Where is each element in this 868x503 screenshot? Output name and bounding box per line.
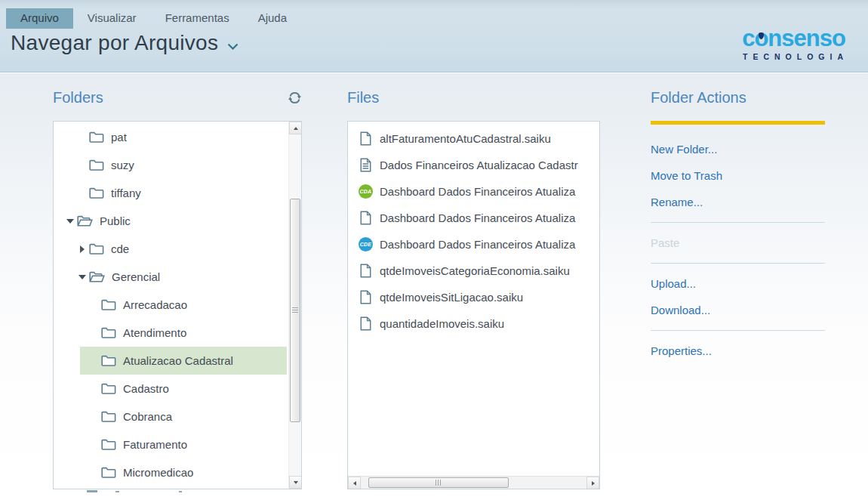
accent-bar — [651, 121, 825, 125]
scroll-down-button[interactable] — [289, 476, 302, 489]
triangle-right-icon — [80, 245, 85, 253]
triangle-down-icon — [78, 275, 86, 279]
tree-item-label: Arrecadacao — [123, 298, 187, 311]
scroll-right-button[interactable] — [586, 477, 599, 489]
action-rename[interactable]: Rename... — [651, 189, 825, 215]
action-paste: Paste — [651, 230, 825, 256]
consenso-logo: consenso TECNOLOGIA — [739, 26, 848, 61]
action-move-to-trash[interactable]: Move to Trash — [651, 162, 825, 189]
tree-item-cadastro[interactable]: Cadastro — [54, 375, 301, 403]
action-download[interactable]: Download... — [651, 297, 825, 323]
app-header: ArquivoVisualizarFerramentasAjuda Navega… — [0, 0, 868, 73]
scroll-left-button[interactable] — [348, 477, 361, 489]
tree-item-suzy[interactable]: suzy — [54, 151, 301, 179]
tree-item-gerencial[interactable]: Gerencial — [54, 263, 301, 291]
file-name: quantidadeImoveis.saiku — [380, 317, 504, 330]
folder-closed-icon — [89, 243, 104, 255]
tree-item-label: Atendimento — [123, 326, 186, 339]
file-name: Dados Financeiros Atualizacao Cadastr — [380, 159, 578, 171]
folders-panel: Folders patsuzytiffanyPubliccdeGerencial… — [53, 73, 302, 489]
file-name: qtdeImoveisCategoriaEconomia.saiku — [380, 264, 570, 277]
folder-closed-icon — [101, 383, 116, 394]
file-name: Dashboard Dados Financeiros Atualiza — [380, 185, 575, 198]
tree-item-label: Public — [100, 214, 131, 227]
content-area: Folders patsuzytiffanyPubliccdeGerencial… — [0, 73, 868, 503]
triangle-left-icon — [353, 481, 356, 486]
logo-subtitle: TECNOLOGIA — [739, 52, 848, 61]
badge-label: CDA — [359, 184, 373, 199]
tree-item-label: Gerencial — [112, 270, 160, 283]
tree-item-label: Cadastro — [123, 382, 169, 395]
logo-main: consenso — [739, 26, 848, 50]
file-icon — [358, 290, 374, 304]
tree-item-label: Faturamento — [123, 438, 187, 451]
folder-closed-icon — [101, 411, 116, 422]
file-item-dashboard-dados-financeiros-atualiza[interactable]: CDADashboard Dados Financeiros Atualiza — [348, 178, 599, 205]
action-properties[interactable]: Properties... — [651, 338, 825, 364]
menu-item-ajuda[interactable]: Ajuda — [244, 8, 301, 29]
action-new-folder[interactable]: New Folder... — [651, 136, 825, 162]
vertical-scrollbar-thumb[interactable] — [290, 199, 300, 422]
tree-item-tiffany[interactable]: tiffany — [54, 179, 301, 207]
folder-tree: patsuzytiffanyPubliccdeGerencialArrecada… — [54, 122, 301, 486]
clipped-tree-item-fragment — [179, 491, 182, 492]
tree-item-cde[interactable]: cde — [54, 235, 301, 263]
tree-expander-icon[interactable] — [77, 245, 88, 253]
clipped-tree-item-fragment — [87, 490, 97, 492]
chevron-down-icon[interactable] — [227, 43, 239, 51]
tree-expander-icon[interactable] — [65, 219, 75, 224]
files-horizontal-scrollbar[interactable] — [348, 476, 599, 489]
folder-closed-icon — [101, 299, 116, 310]
files-panel-title: Files — [347, 89, 379, 106]
menu-item-ferramentas[interactable]: Ferramentas — [151, 8, 244, 29]
file-item-qtdeimoveiscategoriaeconomia-saiku[interactable]: qtdeImoveisCategoriaEconomia.saiku — [348, 258, 599, 284]
menu-item-visualizar[interactable]: Visualizar — [73, 8, 151, 29]
badge-label: CDE — [359, 237, 373, 252]
tree-item-pat[interactable]: pat — [54, 123, 301, 151]
tree-expander-icon[interactable] — [77, 275, 88, 279]
folder-closed-icon — [101, 439, 116, 450]
folder-open-icon — [77, 215, 93, 227]
file-item-quantidadeimoveis-saiku[interactable]: quantidadeImoveis.saiku — [348, 310, 599, 337]
scroll-up-button[interactable] — [289, 122, 302, 134]
file-item-dados-financeiros-atualizacao-cadastr[interactable]: Dados Financeiros Atualizacao Cadastr — [348, 152, 599, 178]
divider — [651, 222, 825, 223]
file-item-dashboard-dados-financeiros-atualiza[interactable]: Dashboard Dados Financeiros Atualiza — [348, 205, 599, 231]
folder-actions-title: Folder Actions — [651, 89, 746, 106]
folder-closed-icon — [89, 159, 104, 171]
file-list-box: altFaturamentoAtuCadastral.saikuDados Fi… — [347, 121, 600, 489]
tree-item-cobranca[interactable]: Cobranca — [54, 403, 301, 430]
tree-item-atualizacao-cadastral[interactable]: Atualizacao Cadastral — [80, 347, 287, 375]
tree-item-micromedicao[interactable]: Micromedicao — [54, 458, 301, 486]
cda-badge-icon: CDA — [358, 184, 374, 199]
tree-item-label: Micromedicao — [123, 466, 193, 479]
file-icon — [358, 131, 374, 146]
tree-item-atendimento[interactable]: Atendimento — [54, 319, 301, 347]
folders-panel-title: Folders — [53, 89, 103, 106]
menu-bar: ArquivoVisualizarFerramentasAjuda — [0, 0, 868, 29]
refresh-icon[interactable] — [288, 91, 302, 105]
tree-item-label: pat — [111, 131, 127, 143]
action-upload[interactable]: Upload... — [651, 270, 825, 297]
file-name: Dashboard Dados Financeiros Atualiza — [380, 211, 575, 224]
tree-item-faturamento[interactable]: Faturamento — [54, 430, 301, 458]
file-icon — [358, 211, 374, 225]
folder-closed-icon — [89, 131, 104, 143]
tree-item-label: tiffany — [111, 187, 141, 199]
page-title: Navegar por Arquivos — [11, 31, 218, 55]
folder-closed-icon — [101, 327, 116, 338]
file-item-qtdeimoveissitligacao-saiku[interactable]: qtdeImoveisSitLigacao.saiku — [348, 284, 599, 310]
horizontal-scrollbar-thumb[interactable] — [368, 477, 509, 488]
triangle-up-icon — [294, 127, 298, 130]
menu-item-arquivo[interactable]: Arquivo — [6, 8, 73, 29]
file-item-dashboard-dados-financeiros-atualiza[interactable]: CDEDashboard Dados Financeiros Atualiza — [348, 231, 599, 258]
file-name: Dashboard Dados Financeiros Atualiza — [380, 238, 575, 251]
tree-item-public[interactable]: Public — [54, 207, 301, 235]
tree-item-arrecadacao[interactable]: Arrecadacao — [54, 291, 301, 319]
file-item-altfaturamentoatucadastral-saiku[interactable]: altFaturamentoAtuCadastral.saiku — [348, 125, 599, 152]
folder-closed-icon — [101, 355, 116, 366]
water-drop-icon: o — [754, 26, 768, 50]
cde-badge-icon: CDE — [358, 237, 374, 252]
folders-vertical-scrollbar[interactable] — [288, 122, 301, 489]
triangle-right-icon — [592, 481, 595, 486]
